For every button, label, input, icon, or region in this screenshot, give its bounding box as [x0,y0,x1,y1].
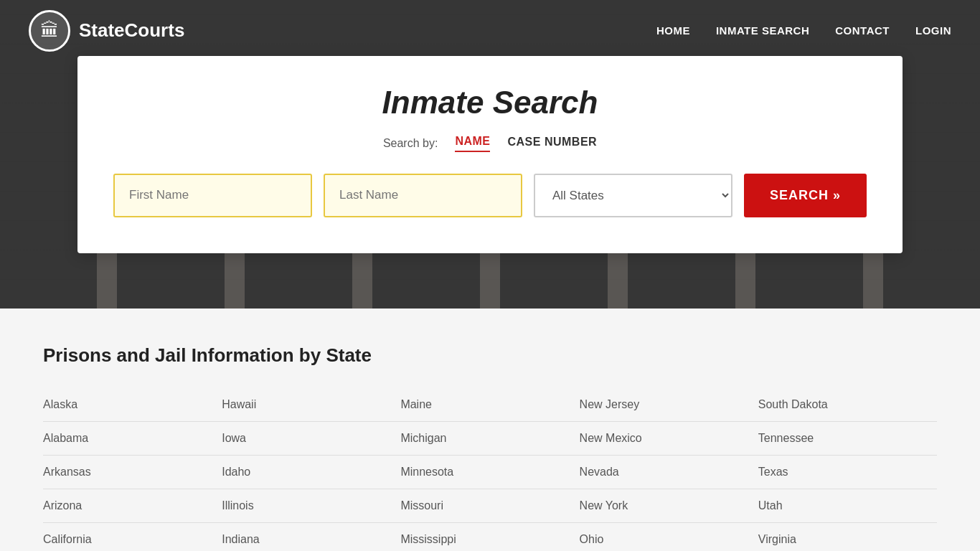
state-col-4: South DakotaTennesseeTexasUtahVirginia [758,388,937,551]
state-link[interactable]: Virginia [758,523,937,551]
tab-name[interactable]: NAME [455,135,490,152]
search-title: Inmate Search [113,85,867,121]
state-col-1: HawaiiIowaIdahoIllinoisIndiana [222,388,400,551]
search-by-label: Search by: [383,137,438,150]
state-link[interactable]: Indiana [222,523,400,551]
search-button[interactable]: SEARCH » [744,174,867,217]
state-link[interactable]: Arkansas [43,456,222,489]
state-link[interactable]: New Mexico [580,422,758,456]
state-link[interactable]: Nevada [580,456,758,489]
lower-section: Prisons and Jail Information by State Al… [0,309,980,551]
state-link[interactable]: Idaho [222,456,400,489]
state-link[interactable]: Hawaii [222,388,400,422]
logo-icon: 🏛 [29,10,70,52]
state-link[interactable]: Illinois [222,489,400,523]
state-link[interactable]: Tennessee [758,422,937,456]
tab-case-number[interactable]: CASE NUMBER [507,136,597,151]
state-link[interactable]: Iowa [222,422,400,456]
state-link[interactable]: Missouri [400,489,579,523]
state-link[interactable]: Mississippi [400,523,579,551]
state-link[interactable]: Utah [758,489,937,523]
last-name-input[interactable] [324,174,522,217]
first-name-input[interactable] [113,174,312,217]
site-header: 🏛 StateCourts HOME INMATE SEARCH CONTACT… [0,0,980,61]
state-col-0: AlaskaAlabamaArkansasArizonaCalifornia [43,388,222,551]
main-nav: HOME INMATE SEARCH CONTACT LOGIN [656,24,951,37]
state-link[interactable]: Minnesota [400,456,579,489]
nav-home[interactable]: HOME [656,24,690,37]
state-link[interactable]: Ohio [580,523,758,551]
state-select[interactable]: All StatesAlabamaAlaskaArizonaArkansasCa… [534,174,732,217]
state-link[interactable]: New York [580,489,758,523]
search-by-row: Search by: NAME CASE NUMBER [113,135,867,152]
states-grid: AlaskaAlabamaArkansasArizonaCaliforniaHa… [43,388,937,551]
nav-login[interactable]: LOGIN [915,24,951,37]
nav-inmate-search[interactable]: INMATE SEARCH [716,24,809,37]
state-link[interactable]: New Jersey [580,388,758,422]
state-link[interactable]: Alabama [43,422,222,456]
nav-contact[interactable]: CONTACT [835,24,890,37]
logo[interactable]: 🏛 StateCourts [29,10,184,52]
state-col-2: MaineMichiganMinnesotaMissouriMississipp… [400,388,579,551]
state-link[interactable]: South Dakota [758,388,937,422]
logo-text: StateCourts [79,19,184,42]
state-link[interactable]: Alaska [43,388,222,422]
state-link[interactable]: Texas [758,456,937,489]
state-link[interactable]: Michigan [400,422,579,456]
search-fields: All StatesAlabamaAlaskaArizonaArkansasCa… [113,174,867,217]
search-card: Inmate Search Search by: NAME CASE NUMBE… [77,56,903,253]
lower-section-title: Prisons and Jail Information by State [43,344,937,367]
state-link[interactable]: Arizona [43,489,222,523]
state-link[interactable]: Maine [400,388,579,422]
state-link[interactable]: California [43,523,222,551]
state-col-3: New JerseyNew MexicoNevadaNew YorkOhio [580,388,758,551]
